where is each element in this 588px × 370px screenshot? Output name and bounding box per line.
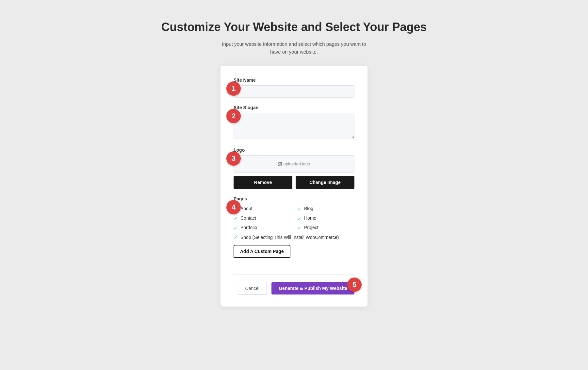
remove-button[interactable]: Remove — [234, 176, 292, 189]
site-slogan-label: Site Slogan — [234, 105, 354, 110]
generate-publish-button[interactable]: Generate & Publish My Website — [271, 282, 354, 294]
page-item-label: Shop (Selecting This Will Install WooCom… — [240, 234, 339, 241]
form-footer: Cancel Generate & Publish My Website 5 — [234, 274, 354, 295]
logo-buttons: Remove Change Image — [234, 176, 354, 189]
page-item-label: About — [240, 206, 253, 211]
site-slogan-input[interactable] — [234, 113, 354, 139]
logo-image-icon: 🖼 — [278, 161, 282, 166]
change-image-button[interactable]: Change Image — [296, 176, 354, 189]
logo-section: 3 Logo 🖼 uploaded logo Remove Change Ima… — [234, 147, 354, 189]
form-card: 1 Site Name 2 Site Slogan 3 Logo 🖼 uploa… — [220, 66, 368, 307]
pages-section: 4 Pages ✓ About ✓ Blog ✓ Contact ✓ Home — [234, 196, 354, 267]
page-item-label: Blog — [304, 206, 313, 211]
page-item-label: Portfolio — [240, 225, 257, 230]
page-subtitle: Input your website information and selec… — [219, 40, 369, 56]
page-item-label: Contact — [240, 215, 256, 221]
logo-preview-text: uploaded logo — [283, 161, 310, 166]
page-item-label: Project — [304, 225, 318, 230]
site-name-label: Site Name — [234, 77, 354, 83]
logo-preview: 🖼 uploaded logo — [234, 155, 354, 173]
pages-label: Pages — [234, 196, 354, 201]
site-name-input[interactable] — [234, 85, 354, 98]
list-item[interactable]: ✓ Contact — [234, 215, 291, 222]
list-item[interactable]: ✓ Project — [297, 225, 354, 231]
check-icon: ✓ — [297, 206, 302, 212]
page-title: Customize Your Website and Select Your P… — [161, 20, 427, 34]
pages-grid: ✓ About ✓ Blog ✓ Contact ✓ Home ✓ Portfo… — [234, 206, 354, 241]
list-item[interactable]: ✓ Shop (Selecting This Will Install WooC… — [234, 234, 354, 241]
logo-label: Logo — [234, 147, 354, 153]
site-name-section: 1 Site Name — [234, 77, 354, 98]
page-header: Customize Your Website and Select Your P… — [161, 20, 427, 56]
check-icon: ✓ — [234, 235, 238, 241]
list-item[interactable]: ✓ Home — [297, 215, 354, 222]
step-2-badge: 2 — [226, 109, 241, 123]
site-slogan-section: 2 Site Slogan — [234, 105, 354, 140]
page-item-label: Home — [304, 215, 316, 221]
step-3-badge: 3 — [226, 151, 241, 166]
cancel-button[interactable]: Cancel — [238, 282, 267, 295]
step-5-badge: 5 — [347, 278, 362, 292]
list-item[interactable]: ✓ Portfolio — [234, 225, 291, 231]
check-icon: ✓ — [234, 216, 238, 222]
step-1-badge: 1 — [226, 81, 241, 96]
step-4-badge: 4 — [226, 200, 241, 214]
add-custom-page-button[interactable]: Add A Custom Page — [234, 245, 290, 258]
check-icon: ✓ — [297, 225, 302, 231]
check-icon: ✓ — [297, 216, 302, 222]
check-icon: ✓ — [234, 225, 238, 231]
list-item[interactable]: ✓ Blog — [297, 206, 354, 212]
list-item[interactable]: ✓ About — [234, 206, 291, 212]
